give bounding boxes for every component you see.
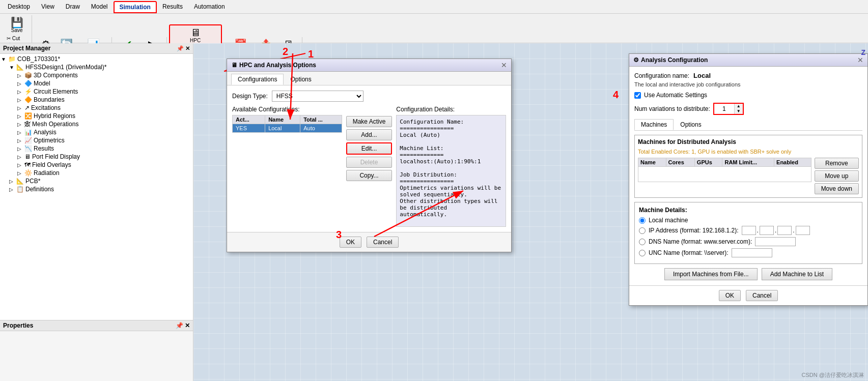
- add-button[interactable]: Add...: [346, 129, 393, 140]
- analysis-ok-button[interactable]: OK: [719, 290, 741, 301]
- tree-item-port-field[interactable]: ▷ 🖥 Port Field Display: [1, 153, 192, 161]
- ip-box-2[interactable]: [760, 226, 774, 235]
- ip-address-radio[interactable]: [639, 227, 646, 234]
- delete-button[interactable]: Delete: [346, 157, 393, 168]
- tab-results[interactable]: Results: [157, 1, 188, 13]
- edit-button[interactable]: Edit...: [346, 142, 393, 155]
- expand-circuit[interactable]: ▷: [17, 89, 24, 95]
- move-down-button[interactable]: Move down: [815, 183, 859, 194]
- tree-item-model[interactable]: ▷ 🔷 Model: [1, 79, 192, 87]
- num-spin-up[interactable]: ▲: [735, 104, 743, 109]
- expand-port-field[interactable]: ▷: [17, 154, 24, 160]
- local-machine-radio[interactable]: [639, 217, 646, 224]
- tree-item-mesh[interactable]: ▷ 🕸 Mesh Operations: [1, 120, 192, 128]
- hpc-tab-options[interactable]: Options: [284, 74, 318, 85]
- expand-hybrid[interactable]: ▷: [17, 113, 24, 119]
- pin-icon[interactable]: 📌: [177, 45, 184, 52]
- expand-hfss[interactable]: ▼: [9, 65, 16, 70]
- pin-properties-icon[interactable]: 📌: [176, 322, 183, 329]
- unc-radio[interactable]: [639, 250, 646, 256]
- save-button[interactable]: 💾 Save: [9, 16, 25, 34]
- tree-item-optimetrics[interactable]: ▷ 📈 Optimetrics: [1, 136, 192, 144]
- tree-item-field-overlays[interactable]: ▷ 🗺 Field Overlays: [1, 161, 192, 169]
- tree-item-hybrid-regions[interactable]: ▷ 🔀 Hybrid Regions: [1, 112, 192, 120]
- cut-button[interactable]: ✂ Cut: [5, 35, 29, 42]
- tree-item-pcb[interactable]: ▷ 📐 PCB*: [1, 177, 192, 185]
- hpc-close-button[interactable]: ✕: [501, 61, 507, 69]
- tab-simulation[interactable]: Simulation: [114, 1, 157, 13]
- hpc-tab-configurations[interactable]: Configurations: [231, 74, 284, 85]
- analysis-tab-machines[interactable]: Machines: [634, 119, 674, 130]
- expand-boundaries[interactable]: ▷: [17, 97, 24, 103]
- tree-item-results[interactable]: ▷ 📉 Results: [1, 144, 192, 153]
- col-cores: Cores: [666, 158, 694, 167]
- expand-3d[interactable]: ▷: [17, 73, 24, 78]
- tree-item-circuit[interactable]: ▷ ⚡ Circuit Elements: [1, 87, 192, 96]
- tree-item-analysis[interactable]: ▷ 📊 Analysis: [1, 128, 192, 136]
- hpc-ok-button[interactable]: OK: [340, 237, 361, 248]
- col-machine-name: Name: [638, 158, 666, 167]
- ip-box-4[interactable]: [796, 226, 810, 235]
- available-configs-label: Available Configurations:: [232, 106, 342, 113]
- tab-desktop[interactable]: Desktop: [2, 1, 36, 13]
- expand-cob[interactable]: ▼: [1, 56, 8, 62]
- tab-view[interactable]: View: [36, 1, 60, 13]
- num-variations-input[interactable]: [714, 104, 735, 114]
- auto-settings-checkbox[interactable]: [634, 92, 641, 99]
- tree-item-excitations[interactable]: ▷ ↗ Excitations: [1, 104, 192, 112]
- num-spin-down[interactable]: ▼: [735, 109, 743, 114]
- properties-title: Properties: [3, 322, 33, 329]
- expand-optimetrics[interactable]: ▷: [17, 138, 24, 143]
- hybrid-icon: 🔀: [24, 112, 32, 120]
- tree-item-definitions[interactable]: ▷ 📋 Definitions: [1, 185, 192, 193]
- analysis-dialog: ⚙ Analysis Configuration ✕ Configuration…: [629, 53, 868, 306]
- boundaries-icon: 🔶: [24, 96, 32, 103]
- add-machine-button[interactable]: Add Machine to List: [762, 268, 832, 280]
- hpc-dialog-tabs: Configurations Options: [227, 72, 511, 85]
- expand-analysis[interactable]: ▷: [17, 130, 24, 135]
- tree-item-boundaries[interactable]: ▷ 🔶 Boundaries: [1, 96, 192, 104]
- expand-radiation[interactable]: ▷: [17, 170, 24, 176]
- field-overlays-label: Field Overlays: [32, 161, 71, 168]
- ip-box-1[interactable]: [742, 226, 756, 235]
- tab-automation[interactable]: Automation: [188, 1, 231, 13]
- col-name: Name: [265, 115, 300, 124]
- expand-results[interactable]: ▷: [17, 146, 24, 152]
- design-type-select[interactable]: HFSS: [272, 91, 363, 102]
- expand-field-overlays[interactable]: ▷: [17, 162, 24, 168]
- close-sidebar-icon[interactable]: ✕: [185, 45, 190, 52]
- hpc-dialog-body: Design Type: HFSS Available Configuratio…: [227, 85, 511, 232]
- config-section: Available Configurations: Act... Name To…: [232, 106, 506, 227]
- total-cores-value: 1, GPU is enabled with SBR+ solve only: [691, 149, 791, 155]
- tree-item-radiation[interactable]: ▷ 🔆 Radiation: [1, 169, 192, 177]
- expand-pcb[interactable]: ▷: [9, 179, 16, 184]
- tree-item-cob[interactable]: ▼ 📁 COB_1703301*: [1, 55, 192, 63]
- tree-item-hfss[interactable]: ▼ 📐 HFSSDesign1 (DrivenModal)*: [1, 63, 192, 71]
- unc-input[interactable]: [732, 248, 772, 257]
- dns-input[interactable]: [755, 237, 796, 246]
- mesh-label: Mesh Operations: [32, 121, 78, 128]
- analysis-cancel-button[interactable]: Cancel: [746, 290, 778, 301]
- copy-button[interactable]: Copy...: [346, 170, 393, 181]
- hpc-cancel-button[interactable]: Cancel: [367, 237, 399, 248]
- analysis-close-button[interactable]: ✕: [857, 56, 863, 64]
- import-machines-button[interactable]: Import Machines from File...: [664, 268, 758, 280]
- tab-draw[interactable]: Draw: [60, 1, 86, 13]
- dns-radio[interactable]: [639, 239, 646, 245]
- config-row-local[interactable]: YES Local Auto: [233, 124, 342, 133]
- expand-excitations[interactable]: ▷: [17, 105, 24, 111]
- make-active-button[interactable]: Make Active: [346, 116, 393, 127]
- move-up-button[interactable]: Move up: [815, 170, 859, 182]
- close-properties-icon[interactable]: ✕: [185, 322, 190, 329]
- tab-model[interactable]: Model: [86, 1, 114, 13]
- tree-item-3d[interactable]: ▷ 📦 3D Components: [1, 71, 192, 79]
- analysis-tab-options[interactable]: Options: [674, 119, 708, 130]
- expand-model[interactable]: ▷: [17, 81, 24, 86]
- ip-box-3[interactable]: [777, 226, 792, 235]
- 3d-icon: 📦: [24, 72, 32, 79]
- machine-details: Machine Details: Local machine IP Addres…: [634, 202, 862, 264]
- hfss-icon: 📐: [16, 64, 24, 71]
- expand-definitions[interactable]: ▷: [9, 187, 16, 192]
- expand-mesh[interactable]: ▷: [17, 122, 24, 127]
- remove-button[interactable]: Remove: [815, 158, 859, 169]
